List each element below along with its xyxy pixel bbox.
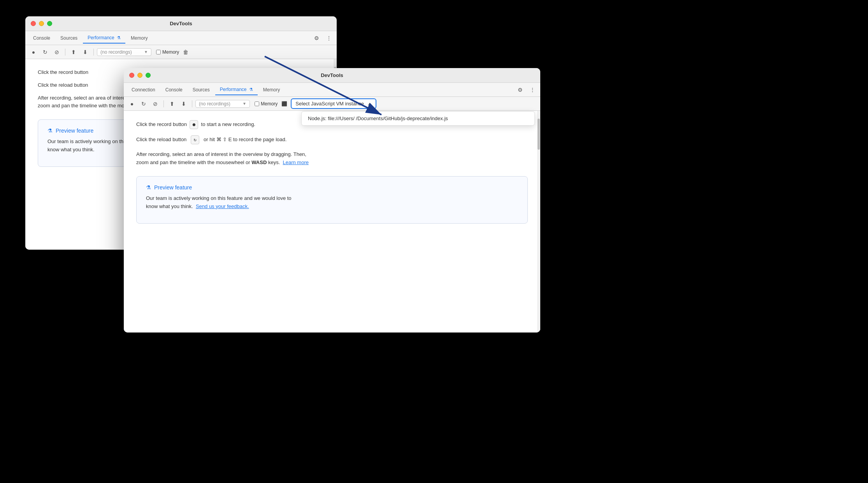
separator-2-fg bbox=[192, 100, 192, 107]
dropdown-arrow-fg: ▼ bbox=[242, 102, 246, 106]
tab-console-fg[interactable]: Console bbox=[161, 85, 187, 95]
cancel-button-bg[interactable]: ⊘ bbox=[52, 47, 62, 57]
tab-bar-actions-fg: ⚙ ⋮ bbox=[515, 85, 537, 94]
title-bar-bg: DevTools bbox=[25, 16, 337, 31]
flask-icon-fg: ⚗ bbox=[146, 184, 151, 191]
memory-label-fg: Memory bbox=[261, 101, 278, 107]
memory-checkbox-input-bg[interactable] bbox=[156, 50, 161, 54]
close-button-fg[interactable] bbox=[129, 73, 134, 78]
separator-1-bg bbox=[65, 49, 65, 56]
vm-dropdown-item[interactable]: Node.js: file:///Users/ /Documents/GitHu… bbox=[302, 112, 534, 125]
more-icon-bg[interactable]: ⋮ bbox=[324, 33, 334, 43]
memory-label-bg: Memory bbox=[162, 49, 179, 55]
upload-button-fg[interactable]: ⬆ bbox=[167, 99, 177, 109]
more-icon-fg[interactable]: ⋮ bbox=[528, 85, 537, 94]
tab-sources-fg[interactable]: Sources bbox=[188, 85, 214, 95]
maximize-button-fg[interactable] bbox=[146, 73, 151, 78]
separator-2-bg bbox=[93, 49, 94, 56]
tab-console-bg[interactable]: Console bbox=[28, 33, 55, 43]
tab-memory-fg[interactable]: Memory bbox=[258, 85, 285, 95]
tab-performance-fg[interactable]: Performance ⚗ bbox=[215, 84, 258, 95]
download-button-fg[interactable]: ⬇ bbox=[179, 99, 189, 109]
content-area-fg: Click the record button ● to start a new… bbox=[124, 111, 540, 332]
refresh-button-fg[interactable]: ↻ bbox=[139, 99, 149, 109]
memory-checkbox-bg[interactable]: Memory bbox=[156, 49, 179, 55]
tab-bar-bg: Console Sources Performance ⚗ Memory ⚙ ⋮ bbox=[25, 31, 337, 45]
tab-sources-bg[interactable]: Sources bbox=[56, 33, 82, 43]
preview-text-fg: Our team is actively working on this fea… bbox=[146, 194, 518, 211]
cpu-icon-fg[interactable]: ⬛ bbox=[279, 99, 289, 109]
tab-memory-bg[interactable]: Memory bbox=[126, 33, 152, 43]
performance-icon-fg: ⚗ bbox=[249, 87, 253, 92]
window-title-fg: DevTools bbox=[321, 72, 343, 78]
preview-feature-box-fg: ⚗ Preview feature Our team is actively w… bbox=[136, 176, 528, 224]
recordings-dropdown-fg[interactable]: (no recordings) ▼ bbox=[195, 100, 250, 108]
vm-selector-label: Select JavaScript VM instance bbox=[295, 101, 364, 107]
learn-more-link[interactable]: Learn more bbox=[283, 159, 309, 165]
scrollbar-fg[interactable] bbox=[537, 111, 540, 332]
after-recording-text-fg: After recording, select an area of inter… bbox=[136, 150, 528, 167]
devtools-window-foreground: DevTools Connection Console Sources Perf… bbox=[124, 68, 540, 332]
refresh-button-bg[interactable]: ↻ bbox=[40, 47, 50, 57]
vm-selector[interactable]: Select JavaScript VM instance ▲ bbox=[291, 98, 376, 109]
tab-bar-actions-bg: ⚙ ⋮ bbox=[312, 33, 334, 43]
tab-bar-fg: Connection Console Sources Performance ⚗… bbox=[124, 83, 540, 97]
window-title-bg: DevTools bbox=[170, 21, 192, 26]
trash-button-bg[interactable]: 🗑 bbox=[181, 47, 191, 57]
tab-connection-fg[interactable]: Connection bbox=[127, 85, 160, 95]
minimize-button-bg[interactable] bbox=[39, 21, 44, 26]
flask-icon-bg: ⚗ bbox=[47, 128, 53, 134]
no-recordings-label-fg: (no recordings) bbox=[199, 101, 230, 107]
vm-arrow-icon: ▲ bbox=[367, 101, 372, 107]
gear-icon-bg[interactable]: ⚙ bbox=[312, 33, 321, 43]
scrollbar-thumb-fg[interactable] bbox=[538, 119, 540, 150]
minimize-button-fg[interactable] bbox=[137, 73, 142, 78]
gear-icon-fg[interactable]: ⚙ bbox=[515, 85, 525, 94]
toolbar-fg: ● ↻ ⊘ ⬆ ⬇ (no recordings) ▼ Memory ⬛ Sel… bbox=[124, 97, 540, 111]
close-button-bg[interactable] bbox=[31, 21, 36, 26]
record-kbd: ● bbox=[190, 120, 198, 129]
performance-icon-bg: ⚗ bbox=[117, 35, 121, 40]
record-button-bg[interactable]: ● bbox=[28, 47, 39, 57]
traffic-lights-fg bbox=[129, 73, 151, 78]
toolbar-bg: ● ↻ ⊘ ⬆ ⬇ (no recordings) ▼ Memory 🗑 bbox=[25, 45, 337, 59]
tab-performance-bg[interactable]: Performance ⚗ bbox=[83, 33, 125, 44]
click-reload-text-fg: Click the reload button ↻ or hit ⌘ ⇧ E t… bbox=[136, 135, 528, 144]
send-feedback-link[interactable]: Send us your feedback. bbox=[196, 203, 249, 209]
separator-1-fg bbox=[163, 100, 164, 107]
no-recordings-label-bg: (no recordings) bbox=[100, 49, 132, 55]
preview-title-fg: ⚗ Preview feature bbox=[146, 184, 518, 191]
traffic-lights-bg bbox=[31, 21, 52, 26]
maximize-button-bg[interactable] bbox=[47, 21, 52, 26]
upload-button-bg[interactable]: ⬆ bbox=[69, 47, 79, 57]
title-bar-fg: DevTools bbox=[124, 68, 540, 83]
record-button-fg[interactable]: ● bbox=[127, 99, 137, 109]
vm-dropdown: Node.js: file:///Users/ /Documents/GitHu… bbox=[301, 111, 535, 126]
download-button-bg[interactable]: ⬇ bbox=[80, 47, 90, 57]
memory-checkbox-fg[interactable]: Memory bbox=[255, 101, 278, 107]
recordings-dropdown-bg[interactable]: (no recordings) ▼ bbox=[97, 48, 151, 56]
dropdown-arrow-bg: ▼ bbox=[144, 50, 148, 54]
reload-kbd: ↻ bbox=[191, 135, 199, 144]
memory-checkbox-input-fg[interactable] bbox=[255, 102, 259, 106]
cancel-button-fg[interactable]: ⊘ bbox=[150, 99, 160, 109]
